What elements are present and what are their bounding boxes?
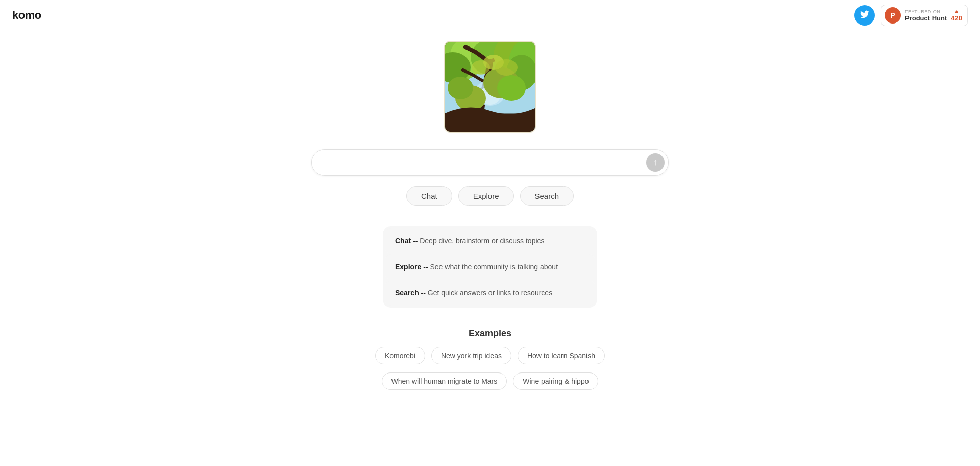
- svg-point-19: [495, 59, 518, 76]
- explore-info-label: Explore --: [395, 263, 428, 271]
- info-boxes: Chat -- Deep dive, brainstorm or discuss…: [383, 226, 597, 308]
- svg-point-16: [448, 77, 473, 99]
- twitter-icon: [860, 10, 869, 21]
- example-chip-new-york[interactable]: New york trip ideas: [431, 347, 511, 364]
- examples-row-2: When will human migrate to Mars Wine pai…: [382, 372, 599, 390]
- search-mode-button[interactable]: Search: [520, 186, 574, 206]
- product-hunt-number: 420: [951, 14, 962, 22]
- logo: komo: [12, 9, 41, 22]
- search-input[interactable]: [311, 149, 669, 176]
- product-hunt-text: FEATURED ON Product Hunt: [905, 9, 947, 22]
- main-content: ↑ Chat Explore Search Chat -- Deep dive,…: [0, 0, 980, 390]
- example-chip-wine[interactable]: Wine pairing & hippo: [513, 372, 598, 390]
- upvote-arrow-icon: ▲: [954, 9, 959, 14]
- search-container: ↑: [311, 149, 669, 176]
- search-info-label: Search --: [395, 289, 426, 297]
- example-chip-spanish[interactable]: How to learn Spanish: [518, 347, 605, 364]
- header: komo P FEATURED ON Product Hunt ▲ 420: [0, 0, 980, 31]
- hero-illustration: [445, 42, 535, 132]
- submit-arrow-icon: ↑: [653, 158, 657, 167]
- explore-mode-button[interactable]: Explore: [458, 186, 514, 206]
- examples-title: Examples: [469, 328, 511, 339]
- product-hunt-name: Product Hunt: [905, 14, 947, 22]
- svg-point-18: [472, 60, 490, 75]
- twitter-button[interactable]: [854, 5, 875, 26]
- product-hunt-count: ▲ 420: [951, 9, 962, 22]
- search-submit-button[interactable]: ↑: [646, 153, 665, 172]
- product-hunt-icon: P: [885, 7, 901, 24]
- svg-point-14: [497, 75, 526, 101]
- chat-info-label: Chat --: [395, 237, 418, 245]
- chat-info-description: Deep dive, brainstorm or discuss topics: [418, 237, 544, 245]
- search-info-box: Search -- Get quick answers or links to …: [385, 281, 595, 306]
- chat-mode-button[interactable]: Chat: [406, 186, 452, 206]
- examples-row-1: Komorebi New york trip ideas How to lear…: [375, 347, 605, 364]
- example-chip-mars[interactable]: When will human migrate to Mars: [382, 372, 507, 390]
- explore-info-box: Explore -- See what the community is tal…: [385, 254, 595, 279]
- examples-section: Examples Komorebi New york trip ideas Ho…: [375, 328, 605, 390]
- search-info-description: Get quick answers or links to resources: [426, 289, 552, 297]
- hero-image-container: [444, 41, 536, 133]
- mode-buttons: Chat Explore Search: [406, 186, 574, 206]
- explore-info-description: See what the community is talking about: [428, 263, 558, 271]
- hero-image: [445, 42, 535, 132]
- header-right: P FEATURED ON Product Hunt ▲ 420: [854, 5, 968, 26]
- product-hunt-featured: FEATURED ON: [905, 9, 947, 14]
- chat-info-box: Chat -- Deep dive, brainstorm or discuss…: [385, 228, 595, 253]
- product-hunt-badge[interactable]: P FEATURED ON Product Hunt ▲ 420: [881, 5, 968, 26]
- example-chip-komorebi[interactable]: Komorebi: [375, 347, 425, 364]
